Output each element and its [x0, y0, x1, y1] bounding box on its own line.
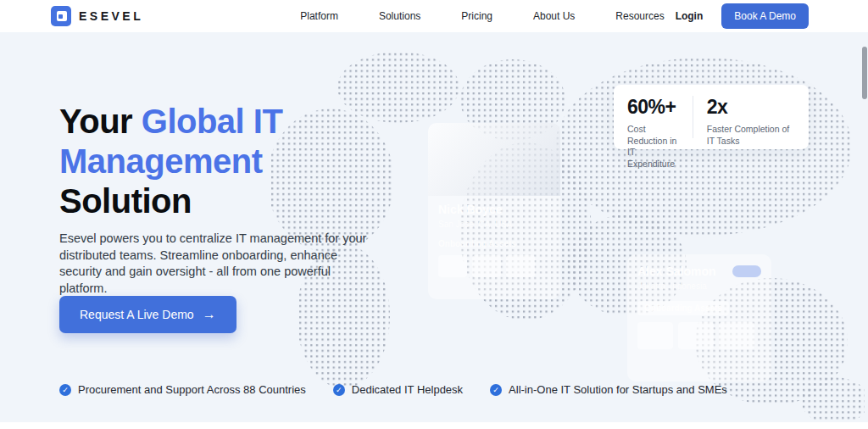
hero-section: Nick Boyce San Jose, CA, USA Onboarding …	[0, 32, 868, 429]
stat-value: 2x	[707, 96, 795, 119]
ghost-asset-thumbnail	[719, 322, 754, 349]
ghost-asset-thumbnail	[472, 255, 501, 277]
hero-title: Your Global IT Management Solution	[59, 102, 297, 221]
ghost-section-label: Onboarding Assets	[637, 301, 729, 315]
arrow-right-icon: →	[203, 308, 216, 321]
check-label: All-in-One IT Solution for Startups and …	[509, 383, 727, 396]
ghost-asset-thumbnail	[438, 255, 467, 277]
top-navigation-bar: ESEVEL Platform Solutions Pricing About …	[0, 0, 868, 32]
nav-item-resources[interactable]: Resources	[615, 10, 664, 22]
stat-faster-completion: 2x Faster Completion of IT Tasks	[693, 96, 809, 138]
request-live-demo-label: Request A Live Demo	[80, 308, 194, 321]
stats-card: 60%+ Cost Reduction in IT Expenditure 2x…	[614, 85, 809, 149]
check-icon: ✓	[59, 384, 71, 396]
check-label: Dedicated IT Helpdesk	[352, 383, 463, 396]
ghost-employee-name: Nick Boyce	[438, 203, 550, 216]
check-icon: ✓	[333, 384, 345, 396]
ghost-employee-location: Jakarta, Indonesia	[637, 281, 761, 291]
ghost-button	[732, 265, 761, 277]
stat-cost-reduction: 60%+ Cost Reduction in IT Expenditure	[614, 96, 693, 138]
stat-label: Cost Reduction in IT Expenditure	[627, 124, 679, 170]
ghost-employee-card-1: Nick Boyce San Jose, CA, USA Onboarding …	[428, 123, 560, 299]
check-item-all-in-one: ✓ All-in-One IT Solution for Startups an…	[490, 383, 727, 396]
hero-description: Esevel powers you to centralize IT manag…	[59, 231, 380, 297]
logo-text: ESEVEL	[79, 9, 143, 23]
stat-value: 60%+	[627, 96, 679, 119]
ghost-employee-card-2: Alex Salomon Jakarta, Indonesia Onboardi…	[627, 254, 771, 382]
nav-item-pricing[interactable]: Pricing	[461, 10, 492, 22]
esevel-logo-icon	[51, 6, 71, 26]
nav-item-platform[interactable]: Platform	[300, 10, 338, 22]
feature-checklist: ✓ Procurement and Support Across 88 Coun…	[59, 383, 727, 396]
check-icon: ✓	[490, 384, 502, 396]
main-nav: Platform Solutions Pricing About Us Reso…	[300, 10, 664, 22]
ghost-asset-thumbnail	[678, 322, 714, 349]
ghost-employee-name: Alex Salomon	[637, 265, 716, 278]
check-item-helpdesk: ✓ Dedicated IT Helpdesk	[333, 383, 463, 396]
book-a-demo-button[interactable]: Book A Demo	[721, 3, 809, 29]
ghost-avatar-image	[428, 123, 560, 196]
nav-item-solutions[interactable]: Solutions	[379, 10, 420, 22]
esevel-logo[interactable]: ESEVEL	[51, 6, 143, 26]
check-label: Procurement and Support Across 88 Countr…	[78, 383, 306, 396]
request-live-demo-button[interactable]: Request A Live Demo →	[59, 296, 236, 333]
next-section-edge	[0, 422, 868, 429]
ghost-asset-thumbnail	[637, 322, 673, 349]
nav-item-about-us[interactable]: About Us	[533, 10, 575, 22]
stat-label: Faster Completion of IT Tasks	[707, 124, 795, 147]
ghost-section-label: Onboarding Assets	[438, 239, 550, 248]
ghost-asset-thumbnail	[506, 255, 535, 277]
page-scrollbar[interactable]	[862, 47, 867, 99]
check-item-procurement: ✓ Procurement and Support Across 88 Coun…	[59, 383, 306, 396]
login-link[interactable]: Login	[676, 10, 704, 22]
ghost-employee-location: San Jose, CA, USA	[438, 220, 550, 229]
